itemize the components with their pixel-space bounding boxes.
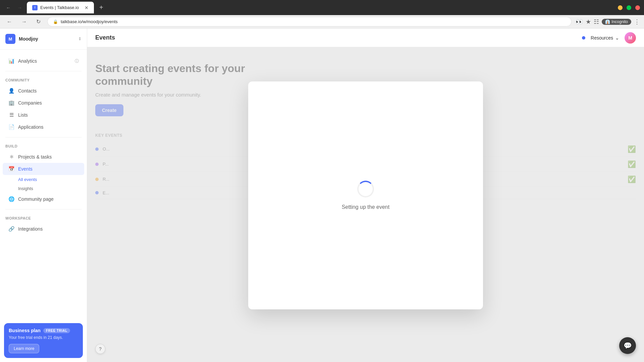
projects-icon: ⚛ xyxy=(8,154,15,160)
sidebar-item-community-page[interactable]: 🌐 Community page xyxy=(3,193,84,205)
community-page-icon: 🌐 xyxy=(8,196,15,202)
sidebar-subitem-all-events[interactable]: All events xyxy=(3,175,84,184)
workspace-avatar: M xyxy=(5,34,15,44)
incognito-icon: 👔 xyxy=(605,19,610,24)
sidebar-icon[interactable]: ☷ xyxy=(594,18,599,25)
maximize-button[interactable]: □ xyxy=(627,5,631,10)
build-section-label: BUILD xyxy=(0,144,87,151)
sidebar-item-projects[interactable]: ⚛ Projects & tasks xyxy=(3,151,84,163)
business-banner: Business plan FREE TRIAL Your free trial… xyxy=(4,323,83,358)
workspace-section-label: WORKSPACE xyxy=(0,216,87,223)
lists-icon: ☰ xyxy=(8,112,15,118)
page-title: Events xyxy=(95,34,115,41)
main-header: Events Resources ⌄ M xyxy=(87,28,644,47)
free-trial-badge: FREE TRIAL xyxy=(43,328,70,333)
learn-more-button[interactable]: Learn more xyxy=(9,344,39,353)
address-bar: ← → ↻ 🔒 talkbase.io/w/moodjoy/events 👀 ★… xyxy=(0,15,644,28)
back-button[interactable]: ← xyxy=(4,17,15,26)
browser-back: ← xyxy=(4,5,13,10)
user-avatar[interactable]: M xyxy=(625,32,636,44)
modal-overlay: Setting up the event xyxy=(87,47,644,362)
analytics-icon: 📊 xyxy=(8,58,15,64)
divider-3 xyxy=(5,209,82,209)
header-right: Resources ⌄ M xyxy=(582,32,636,44)
browser-actions: 👀 ★ ☷ 👔 Incognito ⋮ xyxy=(576,18,640,25)
sidebar-item-analytics[interactable]: 📊 Analytics ⓘ xyxy=(3,55,84,67)
tab-close-button[interactable]: ✕ xyxy=(85,5,89,10)
workspace-info[interactable]: M Moodjoy xyxy=(5,34,38,44)
loading-spinner xyxy=(357,181,374,197)
sidebar: M Moodjoy ⇕ 📊 Analytics ⓘ COMMUNITY 👤 Co… xyxy=(0,28,87,362)
events-icon: 📅 xyxy=(8,166,15,172)
browser-tab[interactable]: T Events | Talkbase.io ✕ xyxy=(27,2,94,13)
window-controls: — □ ✕ xyxy=(618,5,640,10)
sidebar-item-companies[interactable]: 🏢 Companies xyxy=(3,97,84,109)
sidebar-item-integrations[interactable]: 🔗 Integrations xyxy=(3,223,84,235)
build-section: BUILD ⚛ Projects & tasks 📅 Events All ev… xyxy=(0,139,87,208)
chat-button[interactable]: 💬 xyxy=(619,337,636,354)
contacts-icon: 👤 xyxy=(8,87,15,94)
refresh-button[interactable]: ↻ xyxy=(34,17,43,26)
url-bar[interactable]: 🔒 talkbase.io/w/moodjoy/events xyxy=(47,17,572,26)
workspace-name: Moodjoy xyxy=(19,36,38,42)
eye-off-icon: 👀 xyxy=(576,18,583,25)
banner-header: Business plan FREE TRIAL xyxy=(9,328,78,333)
analytics-section: 📊 Analytics ⓘ xyxy=(0,50,87,70)
bookmark-icon[interactable]: ★ xyxy=(586,18,591,25)
companies-icon: 🏢 xyxy=(8,100,15,106)
chat-icon: 💬 xyxy=(624,342,632,350)
loading-modal: Setting up the event xyxy=(248,81,483,309)
divider-2 xyxy=(5,137,82,137)
content-area: Start creating events for yourcommunity … xyxy=(87,47,644,362)
banner-description: Your free trial ends in 21 days. xyxy=(9,335,78,340)
community-section-label: COMMUNITY xyxy=(0,78,87,85)
browser-chrome: ← → T Events | Talkbase.io ✕ + — □ ✕ xyxy=(0,0,644,15)
resources-button[interactable]: Resources ⌄ xyxy=(591,35,619,41)
applications-icon: 📄 xyxy=(8,124,15,130)
sidebar-item-lists[interactable]: ☰ Lists xyxy=(3,109,84,121)
incognito-badge: 👔 Incognito xyxy=(602,19,631,25)
security-icon: 🔒 xyxy=(53,19,58,24)
sidebar-item-events[interactable]: 📅 Events xyxy=(3,163,84,175)
chevron-down-icon: ⌄ xyxy=(615,35,619,41)
expand-icon[interactable]: ⇕ xyxy=(78,37,82,41)
tab-title: Events | Talkbase.io xyxy=(40,5,79,10)
sidebar-item-contacts[interactable]: 👤 Contacts xyxy=(3,85,84,97)
analytics-label: Analytics xyxy=(18,58,37,64)
tab-favicon: T xyxy=(32,5,38,10)
sidebar-header: M Moodjoy ⇕ xyxy=(0,28,87,50)
status-dot xyxy=(582,36,585,40)
analytics-info-icon: ⓘ xyxy=(75,58,79,64)
close-button[interactable]: ✕ xyxy=(635,5,640,10)
workspace-section: WORKSPACE 🔗 Integrations xyxy=(0,211,87,238)
minimize-button[interactable]: — xyxy=(618,5,623,10)
community-section: COMMUNITY 👤 Contacts 🏢 Companies ☰ Lists… xyxy=(0,73,87,136)
banner-title: Business plan xyxy=(9,328,41,333)
divider-1 xyxy=(5,71,82,71)
sidebar-item-applications[interactable]: 📄 Applications xyxy=(3,121,84,133)
menu-icon[interactable]: ⋮ xyxy=(634,18,640,25)
loading-text: Setting up the event xyxy=(342,204,389,210)
main-content: Events Resources ⌄ M Start creating even… xyxy=(87,28,644,362)
url-text: talkbase.io/w/moodjoy/events xyxy=(61,19,118,24)
sidebar-subitem-insights[interactable]: Insights xyxy=(3,184,84,193)
spinner-container: Setting up the event xyxy=(342,181,389,210)
browser-forward: → xyxy=(15,5,24,10)
forward-button[interactable]: → xyxy=(19,17,30,26)
integrations-icon: 🔗 xyxy=(8,226,15,232)
new-tab-button[interactable]: + xyxy=(97,2,106,13)
app-layout: M Moodjoy ⇕ 📊 Analytics ⓘ COMMUNITY 👤 Co… xyxy=(0,28,644,362)
